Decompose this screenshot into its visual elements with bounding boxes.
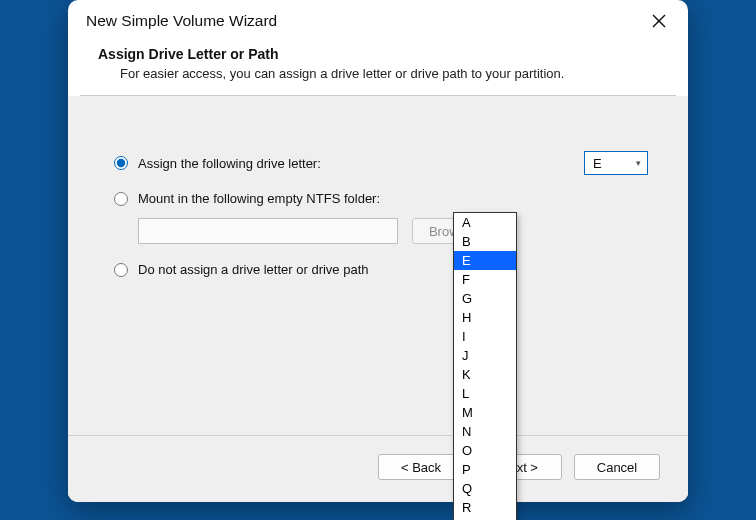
drive-option[interactable]: G xyxy=(454,289,516,308)
drive-option[interactable]: F xyxy=(454,270,516,289)
wizard-window: New Simple Volume Wizard Assign Drive Le… xyxy=(68,0,688,502)
wizard-body: Assign the following drive letter: E ▾ M… xyxy=(68,96,688,502)
cancel-button[interactable]: Cancel xyxy=(574,454,660,480)
drive-option[interactable]: E xyxy=(454,251,516,270)
drive-option[interactable]: Q xyxy=(454,479,516,498)
radio-no-letter[interactable]: Do not assign a drive letter or drive pa… xyxy=(114,262,648,277)
drive-letter-selected: E xyxy=(593,156,602,171)
radio-mount-folder-label: Mount in the following empty NTFS folder… xyxy=(138,191,380,206)
wizard-footer: < Back Next > Cancel xyxy=(68,435,688,502)
drive-option[interactable]: L xyxy=(454,384,516,403)
drive-option[interactable]: P xyxy=(454,460,516,479)
radio-mount-folder[interactable]: Mount in the following empty NTFS folder… xyxy=(114,191,648,206)
radio-no-letter-input[interactable] xyxy=(114,263,128,277)
drive-option[interactable]: J xyxy=(454,346,516,365)
drive-option[interactable]: H xyxy=(454,308,516,327)
drive-option[interactable]: M xyxy=(454,403,516,422)
step-heading: Assign Drive Letter or Path xyxy=(98,46,658,62)
drive-option[interactable]: I xyxy=(454,327,516,346)
drive-option[interactable]: A xyxy=(454,213,516,232)
radio-assign-letter-input[interactable] xyxy=(114,156,128,170)
drive-option[interactable]: O xyxy=(454,441,516,460)
close-icon[interactable] xyxy=(648,10,670,32)
drive-option[interactable]: B xyxy=(454,232,516,251)
drive-letter-dropdown[interactable]: ABEFGHIJKLMNOPQRSTU xyxy=(453,212,517,520)
radio-assign-letter[interactable]: Assign the following drive letter: xyxy=(114,156,564,171)
wizard-header: Assign Drive Letter or Path For easier a… xyxy=(68,38,688,95)
drive-option[interactable]: N xyxy=(454,422,516,441)
radio-no-letter-label: Do not assign a drive letter or drive pa… xyxy=(138,262,369,277)
mount-path-input[interactable] xyxy=(138,218,398,244)
step-subheading: For easier access, you can assign a driv… xyxy=(120,66,658,81)
radio-mount-folder-input[interactable] xyxy=(114,192,128,206)
titlebar: New Simple Volume Wizard xyxy=(68,0,688,38)
radio-assign-letter-label: Assign the following drive letter: xyxy=(138,156,321,171)
drive-letter-combo[interactable]: E ▾ xyxy=(584,151,648,175)
back-button[interactable]: < Back xyxy=(378,454,464,480)
drive-option[interactable]: R xyxy=(454,498,516,517)
chevron-down-icon: ▾ xyxy=(636,158,641,168)
drive-option[interactable]: K xyxy=(454,365,516,384)
window-title: New Simple Volume Wizard xyxy=(86,12,277,30)
